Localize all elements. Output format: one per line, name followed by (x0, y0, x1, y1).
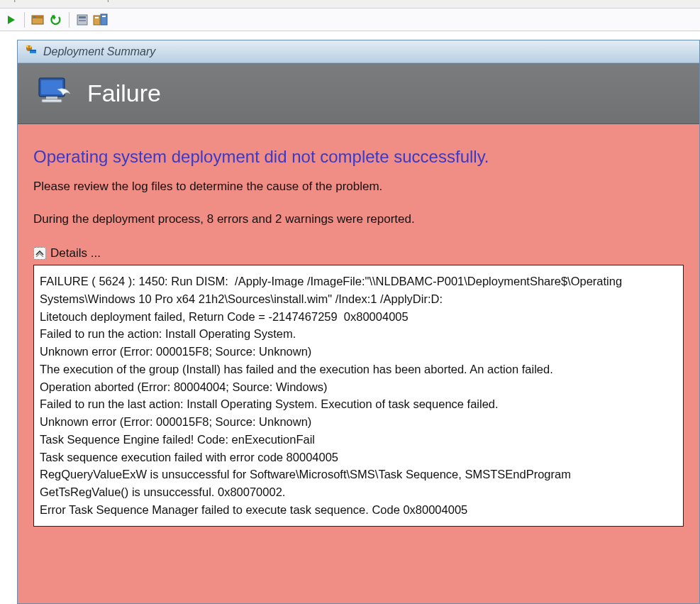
menubar: Clipboard View Help (0, 0, 700, 9)
box-icon[interactable] (29, 11, 46, 28)
error-panel: Operating system deployment did not comp… (18, 124, 699, 603)
svg-rect-10 (95, 17, 99, 18)
svg-rect-8 (94, 16, 100, 25)
play-icon[interactable] (3, 11, 20, 28)
details-toggle[interactable]: Details ... (33, 246, 684, 260)
workspace: Deployment Summary Failure Operating sys… (0, 31, 700, 604)
dialog-titlebar[interactable]: Deployment Summary (18, 40, 699, 63)
svg-rect-6 (79, 16, 86, 18)
monitor-icon (35, 75, 73, 112)
server-icon[interactable] (74, 11, 91, 28)
dialog-title: Deployment Summary (43, 45, 155, 58)
svg-rect-17 (46, 97, 57, 99)
svg-rect-16 (41, 80, 62, 94)
undo-icon[interactable] (48, 11, 65, 28)
svg-rect-7 (79, 20, 86, 21)
header-title: Failure (87, 79, 161, 107)
svg-rect-11 (102, 16, 106, 17)
svg-rect-3 (33, 16, 35, 18)
menu-help[interactable]: Help (94, 0, 113, 3)
wizard-icon (25, 44, 38, 60)
log-output[interactable]: FAILURE ( 5624 ): 1450: Run DISM: /Apply… (33, 265, 684, 527)
svg-marker-0 (8, 16, 15, 24)
stats-line: During the deployment process, 8 errors … (33, 212, 684, 226)
svg-rect-14 (30, 50, 36, 51)
toolbar-separator (24, 12, 25, 28)
error-heading: Operating system deployment did not comp… (33, 147, 684, 167)
toolbar-separator (69, 12, 70, 28)
toolbar (0, 9, 700, 31)
review-line: Please review the log files to determine… (33, 180, 684, 194)
deployment-summary-dialog: Deployment Summary Failure Operating sys… (17, 40, 700, 604)
dialog-header: Failure (18, 63, 699, 124)
svg-rect-18 (42, 99, 62, 102)
menu-view[interactable]: View (58, 0, 78, 3)
details-label: Details ... (50, 246, 101, 260)
menu-clipboard[interactable]: Clipboard (3, 0, 43, 3)
servers-icon[interactable] (92, 11, 109, 28)
chevron-up-icon (33, 247, 46, 260)
